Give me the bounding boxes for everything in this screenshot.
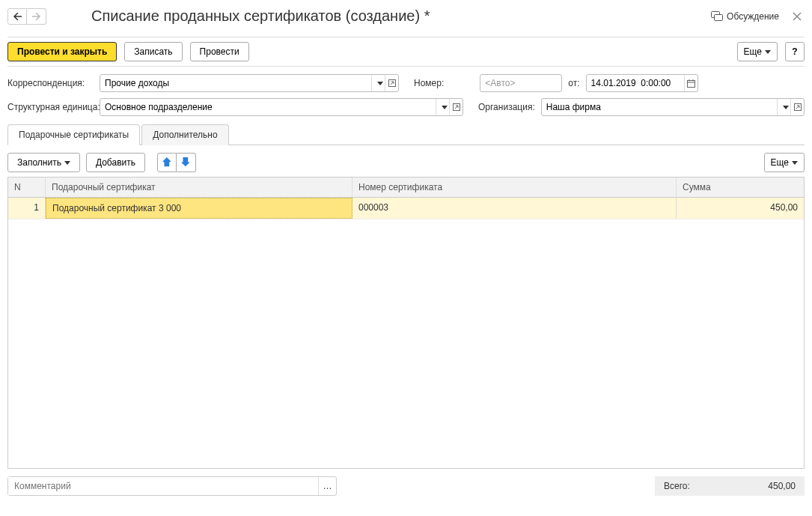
number-input-wrap: <Авто> — [480, 74, 562, 92]
tab-certificates[interactable]: Подарочные сертификаты — [7, 124, 140, 145]
date-input-wrap — [586, 74, 698, 92]
close-icon — [793, 12, 802, 21]
add-button[interactable]: Добавить — [86, 153, 145, 172]
footer: … Всего: 450,00 — [7, 476, 805, 496]
col-header-sum[interactable]: Сумма — [677, 177, 804, 197]
table-toolbar: Заполнить Добавить 🡅 🡇 Еще — [7, 153, 805, 172]
calendar-button[interactable] — [684, 75, 697, 91]
dropdown-button[interactable] — [777, 99, 790, 115]
from-label: от: — [568, 78, 579, 88]
more-label: Еще — [744, 46, 762, 57]
write-button[interactable]: Записать — [124, 42, 182, 61]
dropdown-button[interactable] — [436, 99, 449, 115]
org-label: Организация: — [478, 102, 535, 112]
tab-additional[interactable]: Дополнительно — [141, 124, 228, 145]
move-up-button[interactable]: 🡅 — [157, 153, 177, 172]
open-button[interactable] — [385, 75, 398, 91]
chat-icon — [711, 11, 723, 22]
nav-forward-button[interactable] — [27, 8, 46, 25]
org-input-wrap — [541, 98, 805, 116]
command-bar: Провести и закрыть Записать Провести Еще… — [7, 37, 805, 67]
fill-label: Заполнить — [17, 157, 61, 168]
chevron-down-icon — [64, 161, 70, 165]
grid-header: N Подарочный сертификат Номер сертификат… — [8, 177, 804, 198]
top-right: Обсуждение — [711, 11, 805, 22]
form-row-2: Структурная единица: Организация: — [7, 98, 805, 116]
correspondence-input-wrap — [100, 74, 399, 92]
open-icon — [453, 103, 460, 111]
arrow-left-icon — [13, 13, 22, 20]
cell-cert-number[interactable]: 000003 — [352, 198, 677, 219]
table-row[interactable]: 1 Подарочный сертификат 3 000 000003 450… — [8, 198, 804, 219]
org-input[interactable] — [542, 99, 777, 115]
page-title: Списание проданных сертификатов (создани… — [91, 7, 430, 25]
chevron-down-icon — [442, 106, 448, 109]
nav-back-button[interactable] — [7, 8, 27, 25]
arrow-down-icon: 🡇 — [180, 157, 191, 169]
cell-certificate[interactable]: Подарочный сертификат 3 000 — [46, 198, 352, 219]
form-row-1: Корреспонденция: Номер: <Авто> от: — [7, 74, 805, 92]
certificates-grid[interactable]: N Подарочный сертификат Номер сертификат… — [7, 177, 805, 469]
open-icon — [794, 103, 802, 111]
total-value: 450,00 — [768, 481, 796, 491]
dropdown-button[interactable] — [371, 75, 385, 91]
svg-rect-3 — [687, 80, 695, 87]
col-header-certificate[interactable]: Подарочный сертификат — [46, 177, 352, 197]
move-down-button[interactable]: 🡇 — [177, 153, 196, 172]
post-button[interactable]: Провести — [190, 42, 249, 61]
more-button[interactable]: Еще — [737, 42, 778, 61]
date-input[interactable] — [587, 75, 684, 91]
close-button[interactable] — [790, 12, 805, 21]
total-label: Всего: — [664, 481, 690, 491]
discussion-label: Обсуждение — [727, 11, 779, 22]
number-label: Номер: — [414, 78, 444, 88]
correspondence-label: Корреспонденция: — [7, 78, 94, 88]
calendar-icon — [687, 79, 695, 88]
total-box: Всего: 450,00 — [655, 476, 805, 496]
more-label: Еще — [771, 157, 789, 168]
number-placeholder: <Авто> — [480, 75, 519, 91]
unit-label: Структурная единица: — [7, 102, 94, 112]
ellipsis-icon: … — [323, 481, 332, 491]
discussion-button[interactable]: Обсуждение — [711, 11, 779, 22]
cell-sum[interactable]: 450,00 — [677, 198, 804, 219]
comment-input[interactable] — [8, 477, 318, 495]
open-button[interactable] — [449, 99, 463, 115]
col-header-n[interactable]: N — [8, 177, 46, 197]
topbar: Списание проданных сертификатов (создани… — [7, 7, 805, 25]
chevron-down-icon — [792, 161, 798, 165]
comment-wrap: … — [7, 476, 337, 496]
svg-rect-1 — [715, 14, 723, 20]
open-icon — [388, 79, 396, 87]
open-button[interactable] — [790, 99, 804, 115]
unit-input-wrap — [100, 98, 463, 116]
arrow-right-icon — [32, 13, 41, 20]
chevron-down-icon — [377, 82, 383, 85]
arrow-up-icon: 🡅 — [162, 157, 172, 169]
comment-more-button[interactable]: … — [318, 477, 336, 495]
fill-button[interactable]: Заполнить — [7, 153, 80, 172]
unit-input[interactable] — [100, 99, 436, 115]
form-fields: Корреспонденция: Номер: <Авто> от: Струк… — [7, 74, 805, 116]
help-button[interactable]: ? — [785, 42, 805, 61]
post-and-close-button[interactable]: Провести и закрыть — [7, 42, 117, 61]
tab-strip: Подарочные сертификаты Дополнительно — [7, 124, 805, 145]
table-more-button[interactable]: Еще — [764, 153, 805, 172]
cell-n[interactable]: 1 — [8, 198, 46, 219]
col-header-cert-number[interactable]: Номер сертификата — [352, 177, 677, 197]
chevron-down-icon — [783, 106, 789, 109]
chevron-down-icon — [765, 50, 771, 54]
correspondence-input[interactable] — [100, 75, 371, 91]
